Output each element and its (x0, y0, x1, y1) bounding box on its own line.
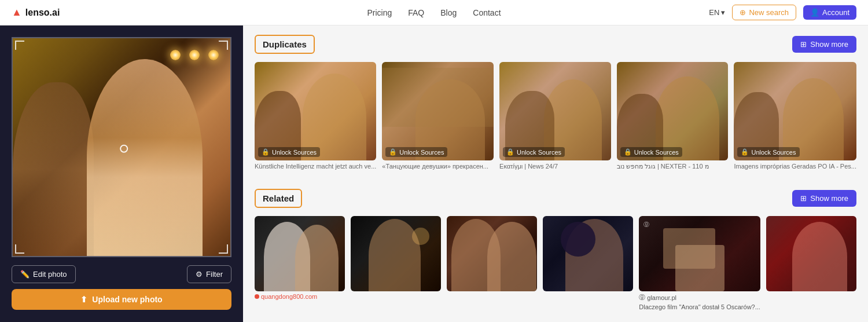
duplicates-grid: 🔒 Unlock Sources Künstliche Intelligenz … (255, 62, 856, 170)
duplicates-title: Duplicates (255, 35, 315, 54)
unlock-badge-3: 🔒 Unlock Sources (503, 147, 565, 157)
related-show-more-button[interactable]: ⊞ Show more (792, 190, 856, 207)
nav-contact[interactable]: Contact (473, 8, 501, 17)
nav-pricing[interactable]: Pricing (367, 8, 392, 17)
glamour-source: glamour.pl (647, 294, 676, 301)
duplicate-card-4[interactable]: 🔒 Unlock Sources גוגל מחפש נוב | NEXTER … (617, 62, 729, 170)
related-show-more-label: Show more (810, 194, 848, 203)
language-selector[interactable]: EN ▾ (709, 8, 725, 17)
dup-caption-4: גוגל מחפש נוב | NEXTER - 110 מ (617, 163, 729, 170)
glamour-badge: ⓖ glamour.pl (639, 293, 760, 302)
duplicate-card-1[interactable]: 🔒 Unlock Sources Künstliche Intelligenz … (255, 62, 376, 170)
lang-label: EN (709, 8, 719, 17)
corner-br (219, 244, 228, 254)
logo-text: lenso.ai (25, 8, 60, 18)
logo-icon: ▲ (12, 6, 22, 19)
related-card-4[interactable] (543, 216, 633, 310)
source-label-1: quangdong800.com (261, 293, 317, 300)
new-search-button[interactable]: ⊕ New search (732, 5, 796, 20)
unlock-badge-5: 🔒 Unlock Sources (737, 147, 799, 157)
edit-photo-label: Edit photo (33, 270, 67, 279)
photo-lights (170, 50, 219, 60)
related-caption-5: Dlaczego film "Anora" dostał 5 Oscarów?.… (639, 303, 760, 310)
main-nav: Pricing FAQ Blog Contact (367, 8, 501, 17)
filter-button[interactable]: ⚙ Filter (187, 265, 231, 283)
duplicates-show-more-label: Show more (810, 40, 848, 49)
duplicates-section: Duplicates ⊞ Show more 🔒 Unlock Sources (243, 25, 868, 180)
related-card-5[interactable]: ⓖ ⓖ glamour.pl Dlaczego film "Anora" dos… (639, 216, 760, 310)
related-title: Related (255, 189, 302, 208)
chevron-down-icon: ▾ (721, 8, 725, 17)
lock-icon-5: 🔒 (741, 148, 749, 156)
main-layout: ✏️ Edit photo ⚙ Filter ⬆ Upload new phot… (0, 25, 868, 322)
filter-label: Filter (206, 270, 223, 279)
right-content: Duplicates ⊞ Show more 🔒 Unlock Sources (243, 25, 868, 322)
lock-icon-2: 🔒 (389, 148, 397, 156)
edit-photo-button[interactable]: ✏️ Edit photo (12, 265, 76, 283)
upload-icon: ⬆ (80, 295, 87, 304)
corner-tr (219, 41, 228, 50)
related-card-3[interactable] (447, 216, 537, 310)
lock-icon-1: 🔒 (262, 148, 270, 156)
expand-icon-related: ⊞ (800, 194, 807, 203)
rel-thumb-2 (351, 216, 441, 291)
unlock-label-3: Unlock Sources (517, 149, 561, 156)
source-badge-1: quangdong800.com (255, 293, 345, 300)
nav-faq[interactable]: FAQ (408, 8, 424, 17)
duplicates-header: Duplicates ⊞ Show more (255, 35, 856, 54)
glamour-icon: ⓖ (639, 293, 645, 302)
unlock-label-4: Unlock Sources (634, 149, 679, 156)
duplicates-show-more-button[interactable]: ⊞ Show more (792, 36, 856, 53)
dup-thumb-5: 🔒 Unlock Sources (734, 62, 856, 160)
photo-container (12, 37, 231, 257)
light-3 (208, 50, 219, 60)
unlock-badge-2: 🔒 Unlock Sources (385, 147, 447, 157)
expand-icon: ⊞ (800, 40, 807, 49)
dup-thumb-2: 🔒 Unlock Sources (382, 62, 494, 160)
related-section: Related ⊞ Show more quangdong800.com (243, 180, 868, 320)
filter-icon: ⚙ (196, 270, 203, 279)
related-card-2[interactable] (351, 216, 441, 310)
account-icon: 👤 (810, 8, 819, 17)
related-header: Related ⊞ Show more (255, 189, 856, 208)
unlock-badge-1: 🔒 Unlock Sources (258, 147, 320, 157)
nav-blog[interactable]: Blog (440, 8, 457, 17)
edit-icon: ✏️ (20, 270, 30, 279)
new-search-label: New search (749, 8, 789, 17)
upload-new-photo-button[interactable]: ⬆ Upload new photo (12, 289, 231, 310)
photo-left-person (13, 82, 94, 256)
header: ▲ lenso.ai Pricing FAQ Blog Contact EN ▾… (0, 0, 868, 25)
related-card-1[interactable]: quangdong800.com (255, 216, 345, 310)
account-button[interactable]: 👤 Account (803, 5, 856, 20)
dup-caption-3: Εκατίγμι | News 24/7 (499, 163, 611, 170)
duplicate-card-5[interactable]: 🔒 Unlock Sources Imagens impróprias Gera… (734, 62, 856, 170)
dup-caption-1: Künstliche Intelligenz macht jetzt auch … (255, 163, 376, 170)
rel-thumb-1 (255, 216, 345, 291)
source-dot-1 (255, 294, 259, 299)
rel-thumb-4 (543, 216, 633, 291)
upload-label: Upload new photo (92, 295, 162, 304)
light-2 (189, 50, 200, 60)
header-right: EN ▾ ⊕ New search 👤 Account (709, 5, 856, 20)
unlock-label-2: Unlock Sources (399, 149, 444, 156)
related-card-6[interactable] (766, 216, 856, 310)
lock-icon-4: 🔒 (624, 148, 632, 156)
left-panel: ✏️ Edit photo ⚙ Filter ⬆ Upload new phot… (0, 25, 243, 322)
logo[interactable]: ▲ lenso.ai (12, 6, 60, 19)
uploaded-photo (13, 38, 230, 256)
unlock-badge-4: 🔒 Unlock Sources (620, 147, 682, 157)
crosshair-indicator (120, 145, 128, 153)
account-label: Account (822, 8, 849, 17)
unlock-label-5: Unlock Sources (751, 149, 796, 156)
dup-thumb-4: 🔒 Unlock Sources (617, 62, 729, 160)
rel-thumb-3 (447, 216, 537, 291)
duplicate-card-3[interactable]: 🔒 Unlock Sources Εκατίγμι | News 24/7 (499, 62, 611, 170)
rel-thumb-6 (766, 216, 856, 291)
photo-actions: ✏️ Edit photo ⚙ Filter (12, 265, 231, 283)
rel-thumb-5: ⓖ (639, 216, 760, 291)
new-search-icon: ⊕ (740, 8, 746, 17)
light-1 (170, 50, 181, 60)
duplicate-card-2[interactable]: 🔒 Unlock Sources «Танцующие девушки» пре… (382, 62, 494, 170)
related-grid: quangdong800.com (255, 216, 856, 310)
dup-caption-5: Imagens impróprias Geradas PO IA - Pes..… (734, 163, 856, 170)
